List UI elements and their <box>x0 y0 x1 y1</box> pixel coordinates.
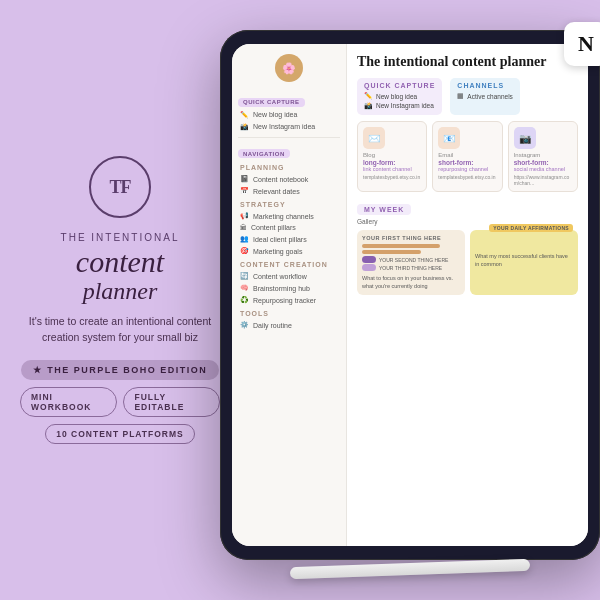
toggle-pill-2 <box>362 264 376 271</box>
notebook-icon: 📓 <box>240 175 249 183</box>
calendar-icon: 📅 <box>240 187 249 195</box>
notion-main-content: The intentional content planner QUICK CA… <box>347 44 588 546</box>
email-card-link: repurposing channel <box>438 166 496 172</box>
tablet-device: N 🌸 QUICK CAPTURE ✏️ New blog idea 📸 New… <box>220 30 600 560</box>
task-card-title: YOUR FIRST THING HERE <box>362 235 460 241</box>
instagram-card-title: short-form: <box>514 159 572 166</box>
email-card-icon: 📧 <box>438 127 460 149</box>
strategy-label: Strategy <box>232 197 346 210</box>
planning-label: Planning <box>232 160 346 173</box>
instagram-card-icon: 📷 <box>514 127 536 149</box>
brain-icon: 🧠 <box>240 284 249 292</box>
myweek-label: MY WEEK <box>357 204 411 215</box>
badge-purple-edition: ★ THE PURPLE BOHO EDITION <box>21 360 220 380</box>
channels-box: CHANNELS ▦ Active channels <box>450 78 520 115</box>
navigation-chip: NAVIGATION <box>238 149 290 158</box>
sidebar-divider-1 <box>238 137 340 138</box>
quick-capture-box: QUICK CAPTURE ✏️ New blog idea 📸 New Ins… <box>357 78 442 115</box>
page-title: The intentional content planner <box>357 54 578 70</box>
daily-routine: ⚙️ Daily routine <box>232 319 346 331</box>
instagram-card-url: https://www.instagram.com/chan... <box>514 174 572 186</box>
brainstorming-hub: 🧠 Brainstorming hub <box>232 282 346 294</box>
sidebar-avatar: 🌸 <box>275 54 303 82</box>
blog-item-icon: ✏️ <box>364 92 373 100</box>
task-line-2 <box>362 250 421 254</box>
badge-purple-label: THE PURPLE BOHO EDITION <box>47 365 207 375</box>
blog-card-link: link content channel <box>363 166 421 172</box>
channel-cards-row: ✉️ Blog long-form: link content channel … <box>357 121 578 192</box>
badge-editable: FULLY EDITABLE <box>123 387 220 417</box>
myweek-section: MY WEEK Gallery <box>357 198 578 225</box>
badge-platforms: 10 CONTENT PLATFORMS <box>45 424 195 444</box>
badge-workbook: MINI WORKBOOK <box>20 387 117 417</box>
toggle-pill-1 <box>362 256 376 263</box>
instagram-icon: 📸 <box>240 123 249 131</box>
email-card-title: short-form: <box>438 159 496 166</box>
active-channels-item: ▦ Active channels <box>457 92 513 100</box>
active-channels-text: Active channels <box>467 93 513 100</box>
top-sections-row: QUICK CAPTURE ✏️ New blog idea 📸 New Ins… <box>357 78 578 115</box>
content-workflow: 🔄 Content workflow <box>232 270 346 282</box>
routine-icon: ⚙️ <box>240 321 249 329</box>
new-blog-item: ✏️ New blog idea <box>364 92 435 100</box>
email-card-label: Email <box>438 152 496 158</box>
subtitle-top: THE INTENTIONAL <box>61 232 180 243</box>
new-blog-text: New blog idea <box>376 93 417 100</box>
logo-initials: TF <box>109 177 130 198</box>
instagram-card-link: social media channel <box>514 166 572 172</box>
quick-capture-chip: QUICK CAPTURE <box>238 98 305 107</box>
toggle-text-2: YOUR THIRD THING HERE <box>379 265 442 271</box>
affirmations-tag: YOUR DAILY AFFIRMATIONS <box>489 224 573 232</box>
notion-sidebar: 🌸 QUICK CAPTURE ✏️ New blog idea 📸 New I… <box>232 44 347 546</box>
affirmations-card: YOUR DAILY AFFIRMATIONS What my most suc… <box>470 230 578 295</box>
notion-badge: N <box>564 22 600 66</box>
blog-card-icon: ✉️ <box>363 127 385 149</box>
recycle-icon: ♻️ <box>240 296 249 304</box>
marketing-channels: 📢 Marketing channels <box>232 210 346 222</box>
quick-capture-label: QUICK CAPTURE <box>364 82 435 89</box>
content-pillars: 🏛 Content pillars <box>232 222 346 233</box>
insta-item-icon: 📸 <box>364 102 373 110</box>
new-instagram-item: 📸 New Instagram idea <box>364 102 435 110</box>
blog-card: ✉️ Blog long-form: link content channel … <box>357 121 427 192</box>
email-card: 📧 Email short-form: repurposing channel … <box>432 121 502 192</box>
logo-circle: TF <box>89 156 151 218</box>
clients-icon: 👥 <box>240 235 249 243</box>
channels-label: CHANNELS <box>457 82 513 89</box>
relevant-dates: 📅 Relevant dates <box>232 185 346 197</box>
blog-card-url: templatesbypeti.etsy.co.in <box>363 174 421 180</box>
task-toggle-1: YOUR SECOND THING HERE <box>362 256 460 263</box>
marketing-goals: 🎯 Marketing goals <box>232 245 346 257</box>
instagram-card-label: Instagram <box>514 152 572 158</box>
creation-label: Content creation <box>232 257 346 270</box>
email-card-url: templatesbypeti.etsy.co.in <box>438 174 496 180</box>
channels-grid-icon: ▦ <box>457 92 464 100</box>
description-text: It's time to create an intentional conte… <box>20 314 220 346</box>
title-italic-2: planner <box>76 278 164 304</box>
goals-icon: 🎯 <box>240 247 249 255</box>
title-italic-1: content <box>76 245 164 278</box>
task-line-1 <box>362 244 440 248</box>
tablet-screen: 🌸 QUICK CAPTURE ✏️ New blog idea 📸 New I… <box>232 44 588 546</box>
affirmations-spacer <box>475 235 573 253</box>
bottom-cards-row: YOUR FIRST THING HERE YOUR SECOND THING … <box>357 230 578 295</box>
repurposing-tracker: ♻️ Repurposing tracker <box>232 294 346 306</box>
new-instagram-text: New Instagram idea <box>376 102 434 109</box>
task-card: YOUR FIRST THING HERE YOUR SECOND THING … <box>357 230 465 295</box>
sidebar-item-blog: ✏️ New blog idea <box>232 109 346 121</box>
channels-icon: 📢 <box>240 212 249 220</box>
blog-card-title: long-form: <box>363 159 421 166</box>
sidebar-item-instagram: 📸 New Instagram idea <box>232 121 346 133</box>
sidebar-blog-text: New blog idea <box>253 111 297 118</box>
toggle-text-1: YOUR SECOND THING HERE <box>379 257 448 263</box>
instagram-card: 📷 Instagram short-form: social media cha… <box>508 121 578 192</box>
badges-row: MINI WORKBOOK FULLY EDITABLE <box>20 387 220 417</box>
star-icon: ★ <box>33 365 43 375</box>
left-panel: TF THE INTENTIONAL content planner It's … <box>0 0 240 600</box>
ideal-clients: 👥 Ideal client pillars <box>232 233 346 245</box>
blog-card-label: Blog <box>363 152 421 158</box>
tablet-wrapper: N 🌸 QUICK CAPTURE ✏️ New blog idea 📸 New… <box>220 30 600 570</box>
tools-label: Tools <box>232 306 346 319</box>
pillars-icon: 🏛 <box>240 224 247 231</box>
title-content: content planner <box>76 245 164 304</box>
